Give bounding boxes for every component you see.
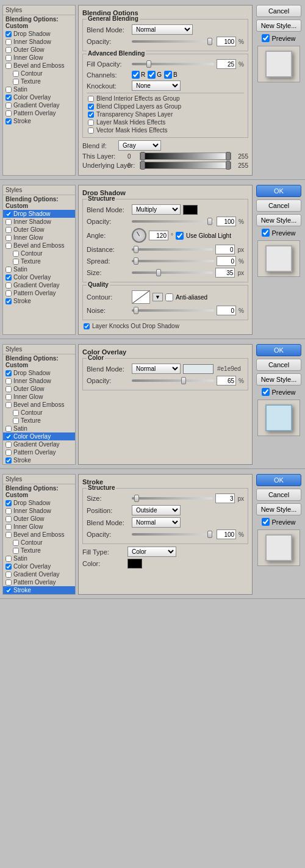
opacity-slider-3[interactable] — [132, 379, 214, 382]
cancel-button-3[interactable]: Cancel — [256, 359, 301, 371]
g-channel[interactable]: G — [148, 71, 162, 79]
this-layer-slider[interactable] — [140, 152, 231, 160]
noise-input[interactable] — [217, 306, 236, 315]
styles-item-inner-shadow-2[interactable]: Inner Shadow — [3, 218, 75, 226]
styles-item-satin-2[interactable]: Satin — [3, 265, 75, 273]
drop-shadow-cb-2[interactable] — [5, 211, 12, 217]
position-select-4[interactable]: Outside Inside Center — [132, 505, 181, 515]
blend-color-swatch-2[interactable] — [183, 205, 198, 215]
cancel-button-1[interactable]: Cancel — [256, 5, 301, 17]
styles-item-inner-glow-1[interactable]: Inner Glow — [3, 54, 75, 62]
styles-item-blending-options-4[interactable]: Blending Options: Custom — [3, 484, 75, 499]
styles-item-bevel-4[interactable]: Bevel and Emboss — [3, 531, 75, 539]
preview-checkbox-4[interactable] — [262, 518, 270, 526]
noise-slider[interactable] — [132, 309, 214, 312]
b-checkbox[interactable] — [164, 71, 172, 79]
preview-checkbox-1[interactable] — [262, 34, 270, 42]
blend-mode-select-4[interactable]: Normal — [132, 517, 181, 528]
size-slider-2[interactable] — [132, 271, 213, 274]
styles-item-gradient-overlay-3[interactable]: Gradient Overlay — [3, 440, 75, 448]
opacity-input-1[interactable] — [217, 37, 236, 46]
fill-type-select[interactable]: Color Gradient Pattern — [127, 547, 176, 557]
blend-clipped-row[interactable]: Blend Clipped Layers as Group — [87, 103, 244, 110]
drop-shadow-checkbox-1[interactable] — [5, 31, 12, 37]
styles-item-texture-4[interactable]: Texture — [3, 547, 75, 554]
styles-item-drop-shadow-1[interactable]: Drop Shadow — [3, 30, 75, 38]
texture-cb-3[interactable] — [13, 418, 19, 424]
preview-checkbox-3[interactable] — [262, 388, 270, 396]
opacity-slider-1[interactable] — [132, 40, 214, 43]
opacity-input-4[interactable] — [217, 529, 236, 539]
anti-aliased-checkbox[interactable] — [165, 293, 173, 301]
styles-item-contour-3[interactable]: Contour — [3, 409, 75, 417]
styles-item-gradient-overlay-4[interactable]: Gradient Overlay — [3, 570, 75, 578]
contour-cb-3[interactable] — [13, 410, 19, 416]
stroke-cb-4[interactable] — [5, 587, 12, 594]
ok-button-4[interactable]: OK — [256, 474, 301, 486]
distance-slider[interactable] — [132, 248, 213, 251]
blend-clipped-checkbox[interactable] — [88, 104, 94, 110]
bevel-emboss-checkbox-1[interactable] — [5, 63, 12, 69]
styles-item-stroke-3[interactable]: Stroke — [3, 456, 75, 464]
inner-glow-cb-4[interactable] — [5, 524, 12, 530]
outer-glow-cb-3[interactable] — [5, 386, 12, 392]
transparency-shapes-checkbox[interactable] — [88, 112, 94, 118]
pattern-overlay-cb-3[interactable] — [5, 450, 12, 456]
styles-item-pattern-overlay-2[interactable]: Pattern Overlay — [3, 289, 75, 297]
styles-item-gradient-overlay-2[interactable]: Gradient Overlay — [3, 281, 75, 289]
gradient-overlay-cb-4[interactable] — [5, 572, 12, 578]
pattern-overlay-checkbox-1[interactable] — [5, 110, 12, 117]
r-checkbox[interactable] — [132, 71, 140, 79]
texture-cb-2[interactable] — [13, 259, 19, 265]
styles-item-texture-3[interactable]: Texture — [3, 417, 75, 425]
styles-item-inner-glow-4[interactable]: Inner Glow — [3, 523, 75, 531]
spread-slider[interactable] — [132, 260, 214, 262]
styles-item-drop-shadow-3[interactable]: Drop Shadow — [3, 369, 75, 377]
stroke-cb-3[interactable] — [5, 457, 12, 464]
styles-item-color-overlay-4[interactable]: Color Overlay — [3, 562, 75, 570]
styles-item-color-overlay-2[interactable]: Color Overlay — [3, 273, 75, 281]
color-overlay-swatch-3[interactable] — [183, 364, 214, 374]
blend-mode-select-1[interactable]: Normal — [132, 24, 193, 35]
styles-item-stroke-1[interactable]: Stroke — [3, 117, 75, 125]
styles-item-bevel-emboss-1[interactable]: Bevel and Emboss — [3, 62, 75, 70]
size-input-4[interactable] — [215, 493, 235, 503]
global-light-checkbox[interactable] — [176, 232, 184, 240]
ok-button-3[interactable]: OK — [256, 344, 301, 356]
satin-checkbox-1[interactable] — [5, 87, 12, 93]
angle-dial[interactable] — [132, 228, 146, 243]
bevel-cb-3[interactable] — [5, 402, 12, 408]
styles-item-inner-glow-3[interactable]: Inner Glow — [3, 393, 75, 401]
ok-button-2[interactable]: OK — [256, 185, 301, 197]
underlying-layer-slider[interactable] — [140, 162, 231, 169]
preview-checkbox-2[interactable] — [262, 229, 270, 237]
blend-interior-checkbox[interactable] — [88, 96, 94, 102]
outer-glow-cb-2[interactable] — [5, 227, 12, 233]
blend-interior-row[interactable]: Blend Interior Effects as Group — [87, 95, 244, 102]
styles-item-contour-4[interactable]: Contour — [3, 539, 75, 547]
drop-shadow-cb-4[interactable] — [5, 500, 12, 506]
blend-if-select[interactable]: Gray — [118, 140, 161, 151]
color-overlay-cb-4[interactable] — [5, 564, 12, 570]
styles-item-satin-4[interactable]: Satin — [3, 554, 75, 562]
styles-item-stroke-2[interactable]: Stroke — [3, 297, 75, 305]
g-checkbox[interactable] — [148, 71, 156, 79]
inner-shadow-cb-3[interactable] — [5, 378, 12, 384]
cancel-button-2[interactable]: Cancel — [256, 199, 301, 212]
outer-glow-cb-4[interactable] — [5, 516, 12, 522]
styles-item-contour-2[interactable]: Contour — [3, 249, 75, 257]
layer-knocks-row[interactable]: Layer Knocks Out Drop Shadow — [82, 323, 248, 329]
stroke-cb-2[interactable] — [5, 298, 12, 304]
stroke-color-swatch[interactable] — [127, 559, 142, 569]
layer-mask-checkbox[interactable] — [88, 120, 94, 126]
pattern-overlay-cb-2[interactable] — [5, 290, 12, 296]
styles-item-satin-1[interactable]: Satin — [3, 85, 75, 93]
bevel-cb-2[interactable] — [5, 243, 12, 249]
pattern-overlay-cb-4[interactable] — [5, 579, 12, 586]
drop-shadow-cb-3[interactable] — [5, 370, 12, 376]
styles-item-contour-1[interactable]: Contour — [3, 70, 75, 77]
opacity-input-3[interactable] — [217, 376, 236, 386]
gradient-overlay-cb-3[interactable] — [5, 442, 12, 448]
cancel-button-4[interactable]: Cancel — [256, 489, 301, 501]
styles-item-pattern-overlay-1[interactable]: Pattern Overlay — [3, 109, 75, 117]
